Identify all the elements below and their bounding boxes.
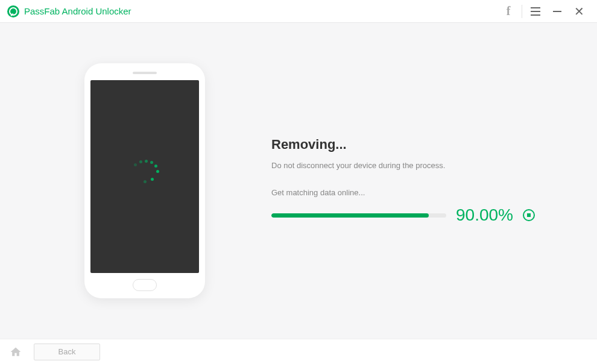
loading-spinner-icon — [128, 160, 162, 193]
phone-home-button — [133, 279, 157, 291]
back-button-label: Back — [58, 347, 76, 356]
stop-button[interactable] — [523, 209, 535, 221]
home-button[interactable] — [7, 344, 24, 360]
titlebar: PassFab Android Unlocker f ✕ — [0, 0, 597, 23]
phone-screen — [90, 80, 199, 273]
footer: Back — [0, 339, 597, 364]
menu-button[interactable] — [525, 1, 546, 22]
heading: Removing... — [271, 137, 573, 152]
phone-mockup — [84, 63, 205, 298]
hamburger-icon — [531, 7, 540, 16]
divider — [522, 5, 522, 18]
minimize-icon — [553, 11, 561, 12]
app-title: PassFab Android Unlocker — [24, 6, 131, 16]
progress-panel: Removing... Do not disconnect your devic… — [271, 137, 573, 225]
titlebar-controls: f ✕ — [498, 1, 590, 22]
facebook-icon: f — [507, 4, 511, 18]
warning-text: Do not disconnect your device during the… — [271, 161, 573, 170]
phone-speaker — [133, 72, 157, 74]
facebook-button[interactable]: f — [498, 1, 519, 22]
progress-fill — [271, 213, 429, 218]
close-button[interactable]: ✕ — [568, 1, 590, 22]
progress-bar — [271, 213, 446, 218]
main-content: Removing... Do not disconnect your devic… — [0, 23, 597, 339]
percent-label: 90.00% — [456, 206, 513, 225]
app-logo-icon — [7, 5, 19, 17]
progress-row: 90.00% — [271, 206, 573, 225]
back-button[interactable]: Back — [34, 344, 100, 360]
close-icon: ✕ — [574, 5, 584, 17]
home-icon — [10, 346, 22, 358]
minimize-button[interactable] — [546, 1, 568, 22]
status-text: Get matching data online... — [271, 188, 573, 197]
